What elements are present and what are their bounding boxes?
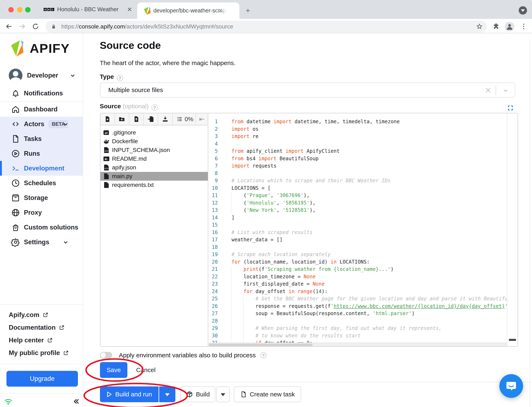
import-file-button[interactable] bbox=[144, 113, 158, 125]
sidebar-item-actors[interactable]: ActorsBETA bbox=[0, 117, 83, 131]
extensions-puzzle-icon[interactable] bbox=[492, 23, 500, 30]
line-content: from apify_client import ApifyClient bbox=[231, 148, 339, 155]
build-dropdown-button[interactable] bbox=[216, 386, 230, 402]
cancel-button[interactable]: Cancel bbox=[136, 362, 155, 378]
close-tab-icon[interactable]: ✕ bbox=[127, 6, 132, 13]
file-row-input-schema.json[interactable]: </>INPUT_SCHEMA.json bbox=[100, 146, 208, 155]
sidebar-item-development[interactable]: Development bbox=[0, 161, 83, 176]
line-number: 23 bbox=[209, 280, 231, 288]
source-label: Source (optional)? bbox=[100, 103, 158, 110]
create-new-task-button[interactable]: Create new task bbox=[234, 386, 301, 402]
sidebar-item-runs[interactable]: Runs bbox=[0, 146, 83, 161]
sidebar-item-dashboard[interactable]: Dashboard bbox=[0, 102, 83, 117]
editor-vertical-scrollbar[interactable] bbox=[507, 113, 518, 346]
code-line-25: 25 # Get the BBC Weather page for the gi… bbox=[209, 295, 507, 303]
line-number: 21 bbox=[209, 266, 231, 273]
sidebar-item-label: Dashboard bbox=[24, 106, 58, 113]
sidebar-links: Apify.comDocumentationHelp centerMy publ… bbox=[0, 308, 83, 359]
code-line-16: 16# List with scraped results bbox=[209, 229, 507, 236]
line-number: 28 bbox=[209, 317, 231, 325]
new-folder-button[interactable] bbox=[115, 113, 130, 125]
tab-search-button[interactable] bbox=[519, 6, 527, 15]
sidebar-item-notifications[interactable]: Notifications bbox=[0, 86, 83, 101]
help-icon[interactable]: ? bbox=[117, 75, 123, 81]
collapse-sidebar-icon[interactable] bbox=[72, 397, 80, 406]
apify-icon bbox=[143, 7, 150, 15]
save-button[interactable]: Save bbox=[100, 362, 127, 378]
tab-bbc-weather[interactable]: BBC Honolulu - BBC Weather ✕ bbox=[39, 0, 137, 19]
type-select[interactable]: Multiple source files ✕ bbox=[100, 83, 515, 97]
address-bar[interactable]: https://console.apify.com/actors/dev/k5t… bbox=[46, 21, 487, 33]
external-link-icon bbox=[60, 350, 69, 356]
intercom-chat-button[interactable] bbox=[499, 374, 523, 398]
back-button[interactable] bbox=[5, 23, 13, 30]
chevron-down-icon[interactable] bbox=[502, 87, 509, 94]
play-icon bbox=[107, 391, 112, 398]
collapse-file-panel-icon[interactable]: ⇤ bbox=[195, 113, 208, 125]
file-row-requirements.txt[interactable]: requirements.txt bbox=[100, 181, 208, 189]
help-icon[interactable]: ? bbox=[152, 104, 158, 110]
line-content: print(f'Scraping weather from {location_… bbox=[231, 266, 393, 273]
file-row-dockerfile[interactable]: Dockerfile bbox=[100, 137, 208, 146]
divider bbox=[0, 304, 83, 305]
build-button[interactable]: Build bbox=[180, 386, 215, 402]
code-line-27: 27 soup = BeautifulSoup(response.content… bbox=[209, 310, 507, 317]
code-line-17: 17weather_data = [] bbox=[209, 236, 507, 244]
sidebar-item-settings[interactable]: Settings bbox=[0, 235, 83, 250]
upload-file-button[interactable] bbox=[129, 113, 144, 125]
close-window-button[interactable] bbox=[8, 7, 14, 12]
clear-select-icon[interactable]: ✕ bbox=[484, 86, 492, 94]
download-all-button[interactable] bbox=[158, 113, 173, 125]
file-row-main.py[interactable]: main.py bbox=[100, 172, 208, 181]
account-switcher[interactable]: Developer bbox=[0, 66, 83, 85]
code-line-1: 1from datetime import datetime, time, ti… bbox=[209, 118, 507, 125]
minimize-window-button[interactable] bbox=[17, 7, 23, 12]
line-number: 6 bbox=[209, 155, 231, 163]
account-name: Developer bbox=[27, 72, 58, 79]
line-content: LOCATIONS = [ bbox=[231, 185, 270, 192]
tab-apify-console[interactable]: developer/bbc-weather-scrape ✕ bbox=[137, 2, 239, 19]
sidebar-link-help-center[interactable]: Help center bbox=[0, 334, 83, 346]
sidebar-item-tasks[interactable]: Tasks bbox=[0, 131, 83, 146]
fullscreen-expand-icon[interactable] bbox=[507, 105, 514, 111]
line-content: location_timezone = None bbox=[231, 273, 316, 281]
code-editor[interactable]: 1from datetime import datetime, time, ti… bbox=[209, 113, 507, 343]
sidebar-item-proxy[interactable]: Proxy bbox=[0, 205, 83, 220]
line-number: 16 bbox=[209, 229, 231, 236]
sidebar-link-documentation[interactable]: Documentation bbox=[0, 321, 83, 334]
new-file-button[interactable] bbox=[100, 113, 115, 125]
new-tab-button[interactable] bbox=[245, 8, 251, 14]
line-number: 18 bbox=[209, 244, 231, 251]
zoom-window-button[interactable] bbox=[25, 7, 31, 12]
editor-horizontal-scrollbar[interactable] bbox=[209, 343, 507, 346]
line-content: response = requests.get(f'https://www.bb… bbox=[231, 303, 507, 310]
upgrade-button[interactable]: Upgrade bbox=[7, 371, 78, 387]
line-number: 22 bbox=[209, 273, 231, 281]
help-icon[interactable]: ? bbox=[260, 352, 267, 358]
code-line-23: 23 first_displayed_date = None bbox=[209, 280, 507, 288]
file-row-.gitignore[interactable]: git.gitignore bbox=[100, 128, 208, 137]
reload-button[interactable] bbox=[32, 23, 39, 30]
env-variables-toggle[interactable] bbox=[100, 352, 112, 359]
sidebar-link-apify-com[interactable]: Apify.com bbox=[0, 308, 83, 321]
line-content: for (location_name, location_id) in LOCA… bbox=[231, 258, 370, 266]
file-name: apify.json bbox=[112, 164, 136, 171]
browser-menu-dots-icon[interactable] bbox=[520, 23, 527, 30]
line-number: 29 bbox=[209, 325, 231, 332]
sidebar-item-schedules[interactable]: Schedules bbox=[0, 176, 83, 190]
file-row-apify.json[interactable]: </>apify.json bbox=[100, 163, 208, 172]
apify-logo[interactable]: APIFY bbox=[11, 39, 70, 57]
sidebar-item-storage[interactable]: Storage bbox=[0, 190, 83, 205]
gear-icon bbox=[11, 238, 20, 247]
file-row-readme.md[interactable]: M↓README.md bbox=[100, 155, 208, 163]
forward-button[interactable] bbox=[18, 23, 26, 30]
profile-avatar[interactable] bbox=[505, 22, 514, 31]
bookmark-star-icon[interactable] bbox=[476, 23, 483, 30]
sidebar-link-my-public-profile[interactable]: My public profile bbox=[0, 346, 83, 359]
sidebar-item-custom-solutions[interactable]: Custom solutions bbox=[0, 220, 83, 235]
link-label: Documentation bbox=[9, 324, 56, 331]
code-line-22: 22 location_timezone = None bbox=[209, 273, 507, 281]
build-and-run-button[interactable]: Build and run bbox=[100, 386, 159, 402]
build-and-run-dropdown-button[interactable] bbox=[159, 386, 175, 402]
line-content: # Get the BBC Weather page for the given… bbox=[231, 295, 507, 303]
